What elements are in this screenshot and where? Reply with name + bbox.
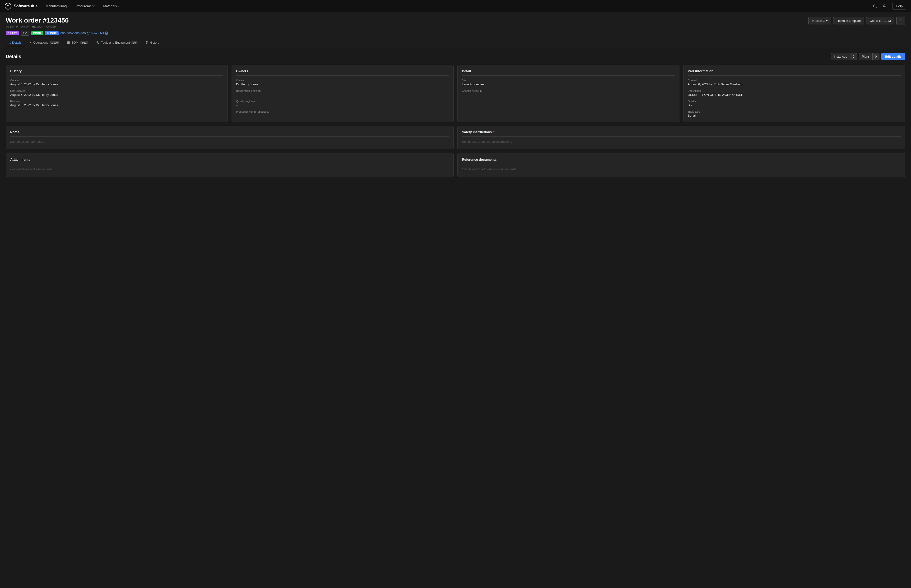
detail-change-notice-field: Change notice ID -- <box>462 89 675 97</box>
owners-responsible-engineer-field: Responsible engineer -- <box>236 89 449 97</box>
app-logo-icon: ⊙ <box>5 3 11 10</box>
chevron-down-icon: ▾ <box>887 5 888 7</box>
history-last-updated-field: Last updated August 6, 2022 by Dr. Henry… <box>10 89 223 97</box>
part-info-card: Part information Created August 6, 2022 … <box>683 65 905 122</box>
wrench-icon: 🔧 <box>96 41 100 44</box>
help-button[interactable]: Help <box>892 3 906 10</box>
details-section-title: Details <box>6 54 21 59</box>
windchill-link[interactable]: Windchill <box>92 32 108 35</box>
chevron-down-icon: ▾ <box>118 5 119 7</box>
part-info-card-title: Part information <box>688 69 901 76</box>
owners-card: Owners Created Dr. Henry Jones Responsib… <box>231 65 454 122</box>
part-info-created-field: Created August 6, 2022 by Ruth Bader Gin… <box>688 79 901 86</box>
search-icon <box>873 4 877 8</box>
tags-row: DRAFT P/C PROD FLIGHT 000-000-0000-000 W… <box>6 31 905 36</box>
svg-line-1 <box>876 7 877 8</box>
more-options-button[interactable]: ⋮ <box>896 16 905 25</box>
nav-manufacturing[interactable]: Manufacturing ▾ <box>43 3 71 10</box>
work-order-description: DESCRIPTION OF THE WORK ORDER <box>6 25 69 28</box>
settings-icon <box>105 32 108 35</box>
list-icon: ☰ <box>67 41 70 44</box>
user-icon <box>882 4 887 8</box>
work-order-info: Work order #123456 DESCRIPTION OF THE WO… <box>6 16 69 28</box>
tools-badge: 10 <box>131 41 138 44</box>
main-content: Details Instances 0 Plans 0 Edit details… <box>0 47 911 183</box>
history-created-field: Created August 6, 2022 by Dr. Henry Jone… <box>10 79 223 86</box>
page-header-top: Work order #123456 DESCRIPTION OF THE WO… <box>6 16 905 28</box>
logo-area: ⊙ Software title <box>5 3 37 10</box>
operations-badge: 1/100 <box>50 41 60 44</box>
tab-operations[interactable]: ✓ Operations 1/100 <box>25 39 63 47</box>
detail-card-title: Detail <box>462 69 675 76</box>
tabs-row: ℹ Details ✓ Operations 1/100 ☰ BOM 3/12 … <box>6 39 905 47</box>
history-card: History Created August 6, 2022 by Dr. He… <box>6 65 228 122</box>
notes-card: Notes Edit details to add notes... <box>6 126 454 149</box>
info-icon: ℹ <box>10 41 11 44</box>
svg-point-0 <box>874 5 876 7</box>
detail-site-field: Site Launch complex <box>462 79 675 86</box>
clock-icon: ⏱ <box>145 41 148 44</box>
tag-pc: P/C <box>21 31 29 36</box>
history-released-field: Released August 6, 2022 by Dr. Henry Jon… <box>10 100 223 107</box>
svg-point-4 <box>106 33 107 34</box>
detail-card: Detail Site Launch complex Change notice… <box>457 65 680 122</box>
owners-production-control-field: Production control specialist -- <box>236 110 449 117</box>
chevron-down-icon: ▾ <box>68 5 69 7</box>
top-cards-row: History Created August 6, 2022 by Dr. He… <box>6 65 905 122</box>
tab-bom[interactable]: ☰ BOM 3/12 <box>63 39 92 47</box>
header-actions: Version 3 ▾ Release template Checklist 1… <box>808 16 905 25</box>
checklist-button[interactable]: Checklist 13/13 <box>866 17 895 24</box>
notes-placeholder: Edit details to add notes... <box>10 140 449 144</box>
notes-card-title: Notes <box>10 130 449 137</box>
release-template-button[interactable]: Release template <box>833 17 864 24</box>
safety-instructions-card: Safety instructions * Edit details to ad… <box>457 126 905 149</box>
safety-card-title: Safety instructions * <box>462 130 901 137</box>
owners-quality-engineer-field: Quality engineer -- <box>236 100 449 107</box>
page-header: Work order #123456 DESCRIPTION OF THE WO… <box>0 12 911 47</box>
edit-details-button[interactable]: Edit details <box>881 53 905 60</box>
attachments-card: Attachments Edit details to add attachme… <box>6 153 454 177</box>
part-info-trace-type-field: Trace type Serial <box>688 110 901 117</box>
chevron-down-icon: ▾ <box>95 5 97 7</box>
reference-docs-placeholder: Edit details to add reference documents.… <box>462 167 901 171</box>
notes-safety-row: Notes Edit details to add notes... Safet… <box>6 126 905 149</box>
tab-history[interactable]: ⏱ History <box>141 39 163 47</box>
svg-point-2 <box>884 5 885 6</box>
user-menu-button[interactable]: ▾ <box>881 3 890 9</box>
tab-tools[interactable]: 🔧 Tools and Equipment 10 <box>92 39 141 47</box>
tag-prod: PROD <box>31 31 43 36</box>
reference-docs-title: Reference documents <box>462 158 901 164</box>
check-icon: ✓ <box>29 41 32 44</box>
owners-created-field: Created Dr. Henry Jones <box>236 79 449 86</box>
part-info-description-field: Description DESCRIPTION OF THE WORK ORDE… <box>688 89 901 97</box>
details-header: Details Instances 0 Plans 0 Edit details <box>6 53 905 60</box>
nav-right-actions: ▾ Help <box>871 3 906 10</box>
bom-badge: 3/12 <box>80 41 88 44</box>
attachments-placeholder: Edit details to add attachments... <box>10 167 449 171</box>
tag-draft: DRAFT <box>6 31 19 36</box>
details-actions: Instances 0 Plans 0 Edit details <box>831 53 905 60</box>
nav-procurement[interactable]: Procurement ▾ <box>73 3 99 10</box>
owners-card-title: Owners <box>236 69 449 76</box>
attachments-card-title: Attachments <box>10 158 449 164</box>
required-asterisk: * <box>493 130 494 134</box>
external-link-icon <box>87 32 90 35</box>
external-link[interactable]: 000-000-0000-000 <box>60 32 90 35</box>
app-title: Software title <box>14 4 37 8</box>
chevron-down-icon: ▾ <box>826 19 828 23</box>
safety-placeholder: Edit details to add safety instructions.… <box>462 140 901 144</box>
attachments-reference-row: Attachments Edit details to add attachme… <box>6 153 905 177</box>
work-order-title: Work order #123456 <box>6 16 69 24</box>
svg-line-3 <box>88 32 89 34</box>
tab-details[interactable]: ℹ Details <box>6 39 25 47</box>
version-button[interactable]: Version 3 ▾ <box>808 17 831 24</box>
nav-materials[interactable]: Materials ▾ <box>101 3 121 10</box>
tag-flight: FLIGHT <box>45 31 58 36</box>
part-info-quality-field: Quality B.2 <box>688 100 901 107</box>
history-card-title: History <box>10 69 223 76</box>
plans-button[interactable]: Plans 0 <box>859 53 879 60</box>
search-button[interactable] <box>871 3 879 9</box>
top-navigation: ⊙ Software title Manufacturing ▾ Procure… <box>0 0 911 12</box>
reference-docs-card: Reference documents Edit details to add … <box>457 153 905 177</box>
instances-button[interactable]: Instances 0 <box>831 53 857 60</box>
